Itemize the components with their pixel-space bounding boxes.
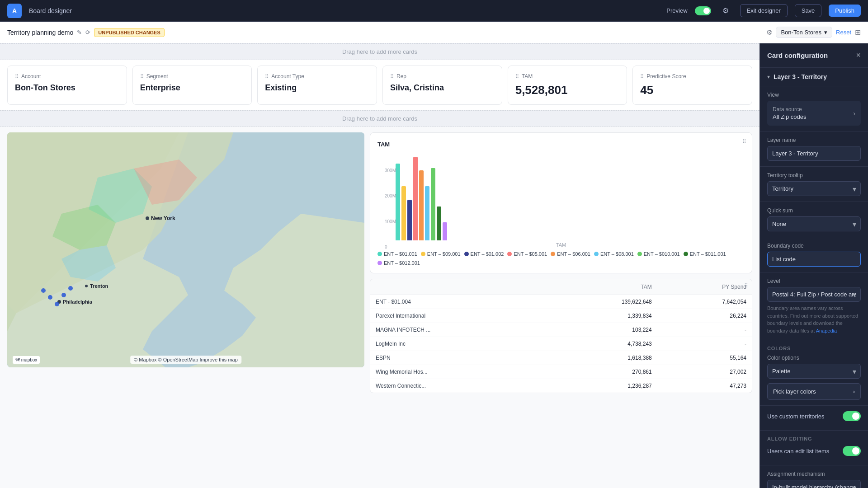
territory-tooltip-section: Territory tooltip Territory Account Regi…	[760, 167, 868, 202]
svg-point-1	[146, 216, 149, 220]
level-select[interactable]: Postal 4: Full Zip / Post code area Post…	[767, 287, 861, 302]
bottom-panels: New York Philadelphia Trenton	[0, 127, 760, 399]
pick-colors-label: Pick layer colors	[773, 388, 816, 395]
edit-title-icon[interactable]: ✎	[77, 29, 82, 36]
legend-item: ENT – $05.001	[507, 251, 547, 257]
assignment-mechanism-label: Assignment mechanism	[767, 471, 861, 477]
quick-sum-select-wrapper: None TAM Revenue	[767, 216, 861, 231]
legend-dot	[421, 252, 425, 256]
unpublished-badge: UNPUBLISHED CHANGES	[94, 28, 165, 37]
map-attribution[interactable]: © Mapbox © OpenStreetMap Improve this ma…	[130, 356, 241, 364]
drag-zone-top[interactable]: Drag here to add more cards	[0, 43, 760, 60]
workspace-settings-icon[interactable]: ⚙	[766, 28, 772, 37]
publish-button[interactable]: Publish	[829, 5, 861, 17]
boundary-code-input[interactable]	[767, 252, 861, 267]
legend-dot	[637, 252, 642, 256]
layout-icon[interactable]: ⊞	[855, 28, 861, 37]
legend-dot	[464, 252, 469, 256]
card-tam: ⠿ TAM 5,528,801	[508, 66, 627, 105]
colors-section-label: COLORS	[767, 346, 861, 351]
bar	[419, 170, 424, 240]
row-tam: 4,738,243	[547, 337, 657, 351]
row-pyspend: -	[657, 337, 752, 351]
custom-territories-toggle[interactable]	[843, 411, 861, 421]
color-options-select[interactable]: Palette Gradient Custom	[767, 364, 861, 379]
assignment-mechanism-select[interactable]: In-built model hierarchy (change parent)…	[767, 480, 861, 488]
legend-label: ENT – $01.001	[384, 251, 417, 257]
layer-name-input[interactable]	[767, 146, 861, 161]
level-section: Level Postal 4: Full Zip / Post code are…	[760, 272, 868, 340]
layer-name-label: Layer name	[767, 137, 861, 143]
refresh-icon[interactable]: ⟳	[85, 29, 90, 36]
view-section-label: View	[767, 92, 861, 98]
legend-label: ENT – $05.001	[514, 251, 547, 257]
charts-area: TAM ⠿ 300M 200M 100M 0 TAM ENT – $01.001…	[370, 132, 752, 393]
legend-label: ENT – $011.001	[690, 251, 726, 257]
chart-legend: ENT – $01.001ENT – $09.001ENT – $01.002E…	[377, 251, 745, 266]
settings-button[interactable]: ⚙	[718, 4, 733, 18]
close-panel-button[interactable]: ×	[856, 51, 861, 60]
bar	[443, 222, 447, 240]
legend-dot	[507, 252, 512, 256]
allow-editing-section: ALLOW EDITING Users can edit list items	[760, 431, 868, 465]
legend-dot	[377, 252, 382, 256]
bar	[437, 206, 441, 240]
view-card[interactable]: Data source All Zip codes ›	[767, 101, 861, 126]
bar	[431, 168, 435, 240]
card-value: Existing	[265, 83, 369, 93]
preview-toggle[interactable]	[695, 6, 711, 15]
drag-zone-bottom[interactable]: Drag here to add more cards	[0, 110, 760, 127]
workspace-chevron: ▾	[824, 29, 827, 36]
panel-title: Card configuration	[767, 52, 828, 59]
card-drag-handle[interactable]: ⠿	[640, 74, 644, 80]
row-pyspend: 26,224	[657, 309, 752, 323]
layer-header[interactable]: ▾ Layer 3 - Territory	[760, 68, 868, 86]
pick-layer-colors-button[interactable]: Pick layer colors ›	[767, 383, 861, 400]
layer-name-section: Layer name	[760, 131, 868, 167]
quick-sum-select[interactable]: None TAM Revenue	[767, 216, 861, 231]
card-drag-handle[interactable]: ⠿	[515, 74, 519, 80]
card-value: 5,528,801	[515, 83, 620, 97]
custom-territories-section: Use custom territories	[760, 406, 868, 431]
exit-designer-button[interactable]: Exit designer	[740, 4, 788, 17]
card-drag-handle[interactable]: ⠿	[390, 74, 394, 80]
right-panel: Card configuration × ▾ Layer 3 - Territo…	[760, 43, 868, 488]
save-button[interactable]: Save	[795, 4, 822, 17]
bar	[396, 164, 400, 240]
chart-drag-handle[interactable]: ⠿	[742, 138, 746, 145]
card-drag-handle[interactable]: ⠿	[140, 74, 144, 80]
edit-list-items-toggle[interactable]	[843, 446, 861, 456]
reset-button[interactable]: Reset	[836, 29, 851, 36]
row-pyspend: 47,273	[657, 379, 752, 393]
anapedia-link[interactable]: Anapedia	[816, 328, 837, 333]
col-pyspend: PY Spend	[657, 279, 752, 295]
legend-item: ENT – $01.002	[464, 251, 504, 257]
mapbox-logo: 🗺 mapbox	[13, 356, 40, 364]
card-drag-handle[interactable]: ⠿	[265, 74, 269, 80]
app-logo: A	[7, 4, 22, 18]
boundary-code-section: Boundary code	[760, 237, 868, 272]
workspace-selector[interactable]: Bon-Ton Stores ▾	[776, 27, 832, 38]
legend-item: ENT – $06.001	[551, 251, 590, 257]
territory-tooltip-label: Territory tooltip	[767, 172, 861, 178]
table-drag-handle[interactable]: ⠿	[744, 283, 748, 289]
legend-item: ENT – $011.001	[684, 251, 726, 257]
legend-item: ENT – $012.001	[377, 260, 420, 266]
card-drag-handle[interactable]: ⠿	[15, 74, 19, 80]
page-title: Territory planning demo	[7, 29, 73, 36]
table-row: MAGNA INFOTECH ... 103,224 -	[370, 323, 752, 337]
svg-point-7	[41, 288, 46, 293]
chart-title: TAM	[377, 141, 390, 148]
color-options-label: Color options	[767, 355, 861, 361]
row-name: Parexel International	[370, 309, 547, 323]
svg-point-5	[85, 285, 88, 287]
svg-point-10	[61, 293, 66, 297]
table-row: Wing Memorial Hos... 270,861 27,002	[370, 365, 752, 379]
territory-tooltip-select[interactable]: Territory Account Region	[767, 181, 861, 196]
card-label: ⠿ Account Type	[265, 73, 369, 80]
view-card-content: Data source All Zip codes	[773, 106, 806, 120]
card-label: ⠿ TAM	[515, 73, 620, 80]
legend-item: ENT – $01.001	[377, 251, 417, 257]
card-account: ⠿ Account Bon-Ton Stores	[7, 66, 127, 105]
table-row: LogMeIn Inc 4,738,243 -	[370, 337, 752, 351]
